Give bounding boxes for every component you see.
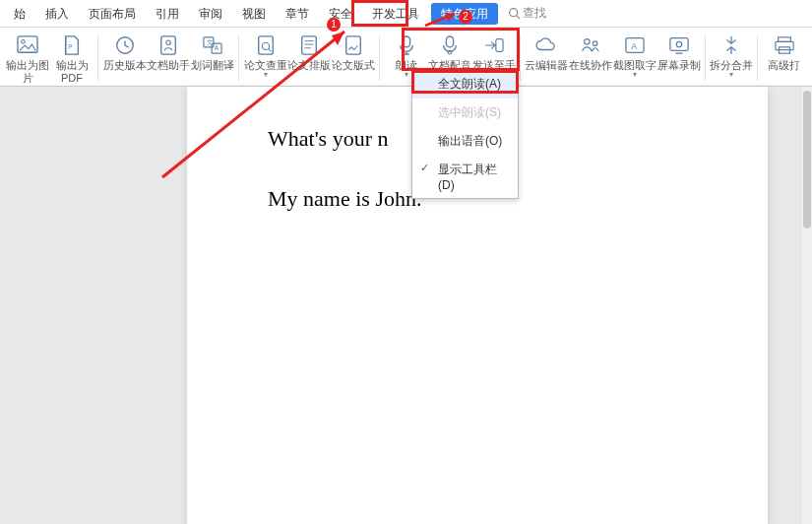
voice-icon — [441, 34, 459, 56]
vertical-scrollbar[interactable] — [802, 87, 812, 524]
svg-point-13 — [262, 42, 269, 49]
chevron-down-icon: ▾ — [633, 70, 637, 79]
svg-rect-31 — [778, 37, 790, 42]
export-pdf-button[interactable]: P输出为PDF — [50, 32, 94, 85]
svg-rect-19 — [346, 36, 361, 54]
svg-text:A: A — [215, 44, 219, 51]
screenshot-text-button[interactable]: A截图取字▾ — [613, 32, 657, 85]
paper-layout-icon — [299, 34, 319, 56]
search-icon — [508, 7, 521, 20]
doc-assistant-button[interactable]: 文档助手 — [147, 32, 191, 85]
svg-rect-21 — [447, 36, 454, 47]
ribbon-toolbar: 输出为图片 P输出为PDF 历史版本 文档助手 文A划词翻译 论文查重▾ 论文排… — [0, 28, 812, 87]
tab-chapter[interactable]: 章节 — [276, 0, 319, 28]
svg-point-25 — [593, 41, 597, 46]
svg-line-14 — [268, 49, 271, 52]
svg-text:P: P — [68, 43, 72, 50]
svg-rect-15 — [302, 36, 317, 54]
export-image-button[interactable]: 输出为图片 — [6, 32, 50, 85]
split-merge-button[interactable]: 拆分合并▾ — [710, 32, 754, 85]
svg-line-1 — [517, 16, 520, 19]
search-box[interactable]: 查找 — [508, 5, 546, 22]
cloud-icon — [534, 36, 558, 54]
pdf-icon: P — [62, 34, 82, 56]
paper-format-button[interactable]: 论文版式 — [332, 32, 376, 85]
record-icon — [668, 35, 690, 55]
paper-layout-button[interactable]: 论文排版 — [287, 32, 332, 85]
chevron-down-icon: ▾ — [729, 70, 733, 79]
document-workspace: What's your n My name is John. — [0, 87, 812, 524]
svg-point-7 — [166, 40, 171, 45]
check-icon: ✓ — [420, 162, 429, 174]
svg-point-24 — [585, 39, 590, 44]
svg-text:A: A — [631, 41, 638, 51]
tab-references[interactable]: 引用 — [146, 0, 189, 28]
svg-text:文: 文 — [207, 38, 213, 45]
print-icon — [774, 35, 795, 55]
svg-point-3 — [22, 40, 26, 44]
search-placeholder: 查找 — [523, 5, 546, 22]
svg-rect-23 — [496, 39, 503, 52]
read-aloud-dropdown: 全文朗读(A) 选中朗读(S) 输出语音(O) ✓显示工具栏(D) — [411, 69, 519, 199]
tab-developer[interactable]: 开发工具 — [362, 0, 429, 28]
chevron-down-icon: ▾ — [264, 70, 268, 79]
advanced-print-button[interactable]: 高级打 — [762, 32, 806, 85]
online-collab-button[interactable]: 在线协作 — [569, 32, 613, 85]
paper-format-icon — [344, 34, 363, 56]
paper-check-icon — [256, 34, 276, 56]
tab-page-layout[interactable]: 页面布局 — [79, 0, 146, 28]
menu-tab-bar: 始 插入 页面布局 引用 审阅 视图 章节 安全 开发工具 特色应用 查找 — [0, 0, 812, 28]
dropdown-selection-read: 选中朗读(S) — [412, 98, 518, 127]
image-icon — [17, 35, 38, 55]
cloud-editor-button[interactable]: 云编辑器 — [525, 32, 569, 85]
tab-review[interactable]: 审阅 — [189, 0, 232, 28]
history-icon — [114, 34, 136, 56]
dropdown-show-toolbar[interactable]: ✓显示工具栏(D) — [412, 156, 518, 198]
dropdown-output-voice[interactable]: 输出语音(O) — [412, 127, 518, 156]
tab-start[interactable]: 始 — [4, 0, 35, 28]
tab-special-apps[interactable]: 特色应用 — [431, 3, 498, 25]
svg-rect-28 — [669, 38, 687, 51]
screenshot-icon: A — [624, 35, 646, 55]
collab-icon — [580, 35, 601, 55]
svg-point-29 — [676, 41, 681, 46]
tab-insert[interactable]: 插入 — [35, 0, 79, 28]
chevron-down-icon: ▾ — [405, 70, 408, 79]
paper-check-button[interactable]: 论文查重▾ — [243, 32, 287, 85]
svg-rect-32 — [776, 41, 793, 49]
screen-record-button[interactable]: 屏幕录制 — [656, 32, 701, 85]
svg-point-0 — [510, 9, 518, 17]
scrollbar-thumb[interactable] — [803, 91, 811, 229]
history-button[interactable]: 历史版本 — [102, 32, 147, 85]
translate-icon: 文A — [202, 35, 223, 55]
tab-security[interactable]: 安全 — [319, 0, 362, 28]
svg-rect-20 — [403, 36, 409, 47]
split-merge-icon — [721, 34, 741, 56]
tab-view[interactable]: 视图 — [232, 0, 276, 28]
assistant-icon — [158, 34, 178, 56]
dropdown-full-read[interactable]: 全文朗读(A) — [412, 70, 518, 98]
send-phone-icon — [483, 35, 505, 55]
translate-button[interactable]: 文A划词翻译 — [191, 32, 235, 85]
microphone-icon — [398, 34, 415, 56]
